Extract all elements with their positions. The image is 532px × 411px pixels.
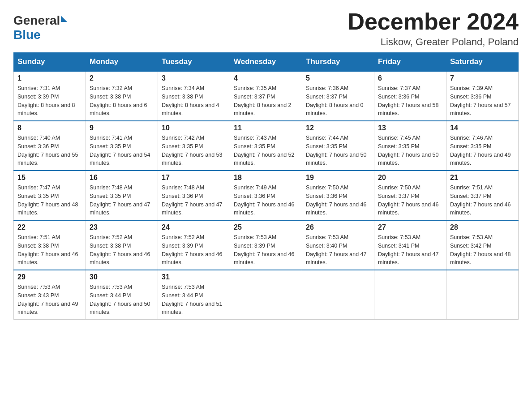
day-number: 11	[234, 124, 298, 132]
day-info: Sunrise: 7:34 AMSunset: 3:38 PMDaylight:…	[162, 84, 226, 118]
day-info: Sunrise: 7:53 AMSunset: 3:40 PMDaylight:…	[306, 233, 370, 267]
calendar-cell: 8Sunrise: 7:40 AMSunset: 3:36 PMDaylight…	[14, 121, 86, 171]
calendar-cell: 29Sunrise: 7:53 AMSunset: 3:43 PMDayligh…	[14, 270, 86, 320]
day-info: Sunrise: 7:53 AMSunset: 3:44 PMDaylight:…	[162, 283, 226, 317]
week-row-5: 29Sunrise: 7:53 AMSunset: 3:43 PMDayligh…	[14, 270, 519, 320]
day-info: Sunrise: 7:37 AMSunset: 3:36 PMDaylight:…	[378, 84, 442, 118]
day-info: Sunrise: 7:48 AMSunset: 3:35 PMDaylight:…	[90, 184, 154, 217]
day-info: Sunrise: 7:48 AMSunset: 3:36 PMDaylight:…	[162, 184, 226, 217]
day-number: 24	[162, 223, 226, 231]
day-number: 7	[450, 74, 515, 82]
calendar-cell: 20Sunrise: 7:50 AMSunset: 3:37 PMDayligh…	[374, 171, 446, 220]
day-number: 12	[306, 124, 370, 132]
day-number: 27	[378, 223, 442, 231]
weekday-header-tuesday: Tuesday	[158, 53, 230, 72]
calendar-cell: 14Sunrise: 7:46 AMSunset: 3:35 PMDayligh…	[446, 121, 519, 171]
day-info: Sunrise: 7:36 AMSunset: 3:37 PMDaylight:…	[306, 84, 370, 118]
calendar-cell: 16Sunrise: 7:48 AMSunset: 3:35 PMDayligh…	[86, 171, 158, 220]
week-row-3: 15Sunrise: 7:47 AMSunset: 3:35 PMDayligh…	[14, 171, 519, 220]
day-info: Sunrise: 7:40 AMSunset: 3:36 PMDaylight:…	[17, 134, 82, 167]
logo-triangle-icon	[61, 16, 67, 22]
day-info: Sunrise: 7:41 AMSunset: 3:35 PMDaylight:…	[90, 134, 154, 167]
weekday-header-monday: Monday	[86, 53, 158, 72]
calendar-cell: 5Sunrise: 7:36 AMSunset: 3:37 PMDaylight…	[302, 71, 374, 121]
day-info: Sunrise: 7:39 AMSunset: 3:36 PMDaylight:…	[450, 84, 515, 118]
calendar-cell	[230, 270, 302, 320]
title-block: December 2024 Liskow, Greater Poland, Po…	[348, 9, 519, 48]
calendar-cell: 4Sunrise: 7:35 AMSunset: 3:37 PMDaylight…	[230, 71, 302, 121]
day-number: 30	[90, 273, 154, 281]
day-info: Sunrise: 7:53 AMSunset: 3:39 PMDaylight:…	[234, 233, 298, 267]
calendar-cell: 6Sunrise: 7:37 AMSunset: 3:36 PMDaylight…	[374, 71, 446, 121]
day-info: Sunrise: 7:50 AMSunset: 3:36 PMDaylight:…	[306, 184, 370, 217]
calendar-cell: 12Sunrise: 7:44 AMSunset: 3:35 PMDayligh…	[302, 121, 374, 171]
day-info: Sunrise: 7:53 AMSunset: 3:41 PMDaylight:…	[378, 233, 442, 267]
day-info: Sunrise: 7:50 AMSunset: 3:37 PMDaylight:…	[378, 184, 442, 217]
logo-blue: Blue	[13, 28, 41, 42]
calendar-cell: 9Sunrise: 7:41 AMSunset: 3:35 PMDaylight…	[86, 121, 158, 171]
calendar-cell: 11Sunrise: 7:43 AMSunset: 3:35 PMDayligh…	[230, 121, 302, 171]
calendar-cell: 21Sunrise: 7:51 AMSunset: 3:37 PMDayligh…	[446, 171, 519, 220]
day-number: 29	[17, 273, 82, 281]
day-info: Sunrise: 7:49 AMSunset: 3:36 PMDaylight:…	[234, 184, 298, 217]
day-info: Sunrise: 7:43 AMSunset: 3:35 PMDaylight:…	[234, 134, 298, 167]
day-info: Sunrise: 7:44 AMSunset: 3:35 PMDaylight:…	[306, 134, 370, 167]
calendar-cell: 13Sunrise: 7:45 AMSunset: 3:35 PMDayligh…	[374, 121, 446, 171]
day-info: Sunrise: 7:45 AMSunset: 3:35 PMDaylight:…	[378, 134, 442, 167]
day-number: 8	[17, 124, 82, 132]
day-number: 14	[450, 124, 515, 132]
calendar-subtitle: Liskow, Greater Poland, Poland	[348, 36, 519, 48]
day-info: Sunrise: 7:53 AMSunset: 3:42 PMDaylight:…	[450, 233, 515, 267]
calendar-cell: 28Sunrise: 7:53 AMSunset: 3:42 PMDayligh…	[446, 220, 519, 270]
calendar-cell: 15Sunrise: 7:47 AMSunset: 3:35 PMDayligh…	[14, 171, 86, 220]
day-info: Sunrise: 7:52 AMSunset: 3:39 PMDaylight:…	[162, 233, 226, 267]
calendar-title: December 2024	[348, 9, 519, 34]
day-info: Sunrise: 7:42 AMSunset: 3:35 PMDaylight:…	[162, 134, 226, 167]
calendar-cell: 10Sunrise: 7:42 AMSunset: 3:35 PMDayligh…	[158, 121, 230, 171]
day-number: 3	[162, 74, 226, 82]
logo-general: General	[13, 13, 60, 28]
day-number: 28	[450, 223, 515, 231]
calendar-table: SundayMondayTuesdayWednesdayThursdayFrid…	[13, 52, 519, 320]
calendar-cell: 24Sunrise: 7:52 AMSunset: 3:39 PMDayligh…	[158, 220, 230, 270]
day-number: 21	[450, 174, 515, 182]
calendar-cell	[302, 270, 374, 320]
calendar-cell: 23Sunrise: 7:52 AMSunset: 3:38 PMDayligh…	[86, 220, 158, 270]
day-number: 25	[234, 223, 298, 231]
week-row-4: 22Sunrise: 7:51 AMSunset: 3:38 PMDayligh…	[14, 220, 519, 270]
weekday-header-wednesday: Wednesday	[230, 53, 302, 72]
day-info: Sunrise: 7:35 AMSunset: 3:37 PMDaylight:…	[234, 84, 298, 118]
week-row-1: 1Sunrise: 7:31 AMSunset: 3:39 PMDaylight…	[14, 71, 519, 121]
calendar-cell: 22Sunrise: 7:51 AMSunset: 3:38 PMDayligh…	[14, 220, 86, 270]
week-row-2: 8Sunrise: 7:40 AMSunset: 3:36 PMDaylight…	[14, 121, 519, 171]
day-number: 22	[17, 223, 82, 231]
day-number: 9	[90, 124, 154, 132]
day-number: 1	[17, 74, 82, 82]
calendar-cell: 3Sunrise: 7:34 AMSunset: 3:38 PMDaylight…	[158, 71, 230, 121]
day-info: Sunrise: 7:51 AMSunset: 3:37 PMDaylight:…	[450, 184, 515, 217]
calendar-cell: 27Sunrise: 7:53 AMSunset: 3:41 PMDayligh…	[374, 220, 446, 270]
day-number: 10	[162, 124, 226, 132]
day-info: Sunrise: 7:53 AMSunset: 3:44 PMDaylight:…	[90, 283, 154, 317]
day-number: 13	[378, 124, 442, 132]
day-info: Sunrise: 7:47 AMSunset: 3:35 PMDaylight:…	[17, 184, 82, 217]
day-info: Sunrise: 7:52 AMSunset: 3:38 PMDaylight:…	[90, 233, 154, 267]
calendar-cell	[374, 270, 446, 320]
weekday-header-sunday: Sunday	[14, 53, 86, 72]
weekday-header-row: SundayMondayTuesdayWednesdayThursdayFrid…	[14, 53, 519, 72]
calendar-cell: 26Sunrise: 7:53 AMSunset: 3:40 PMDayligh…	[302, 220, 374, 270]
calendar-cell: 19Sunrise: 7:50 AMSunset: 3:36 PMDayligh…	[302, 171, 374, 220]
day-number: 17	[162, 174, 226, 182]
day-info: Sunrise: 7:51 AMSunset: 3:38 PMDaylight:…	[17, 233, 82, 267]
day-number: 2	[90, 74, 154, 82]
calendar-cell: 31Sunrise: 7:53 AMSunset: 3:44 PMDayligh…	[158, 270, 230, 320]
day-number: 16	[90, 174, 154, 182]
day-info: Sunrise: 7:32 AMSunset: 3:38 PMDaylight:…	[90, 84, 154, 118]
calendar-cell: 18Sunrise: 7:49 AMSunset: 3:36 PMDayligh…	[230, 171, 302, 220]
calendar-cell: 2Sunrise: 7:32 AMSunset: 3:38 PMDaylight…	[86, 71, 158, 121]
weekday-header-friday: Friday	[374, 53, 446, 72]
calendar-cell: 30Sunrise: 7:53 AMSunset: 3:44 PMDayligh…	[86, 270, 158, 320]
calendar-cell	[446, 270, 519, 320]
day-number: 19	[306, 174, 370, 182]
day-number: 15	[17, 174, 82, 182]
